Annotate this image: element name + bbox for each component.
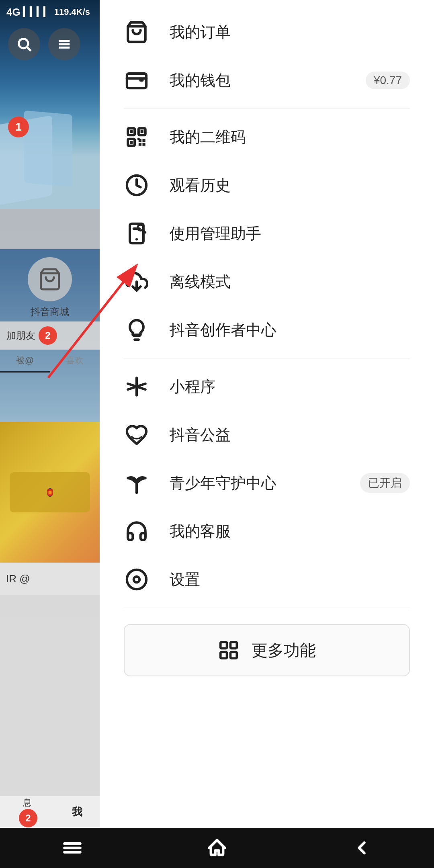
youth-label: 青少年守护中心 bbox=[170, 473, 360, 493]
menu-item-wallet[interactable]: 我的钱包 ¥0.77 bbox=[100, 56, 434, 104]
left-top-buttons bbox=[0, 20, 100, 68]
orders-label: 我的订单 bbox=[170, 22, 410, 43]
menu-item-creator[interactable]: 抖音创作者中心 bbox=[100, 306, 434, 354]
headphone-icon bbox=[124, 518, 149, 544]
divider-1 bbox=[124, 108, 410, 109]
nav-tab-wo[interactable]: 我 bbox=[72, 805, 82, 819]
history-label: 观看历史 bbox=[170, 175, 410, 196]
menu-button[interactable] bbox=[48, 28, 80, 60]
wallet-label: 我的钱包 bbox=[170, 70, 366, 91]
more-functions-button[interactable]: 更多功能 bbox=[124, 624, 410, 676]
svg-rect-32 bbox=[231, 652, 237, 659]
heart-hands-icon bbox=[124, 422, 149, 448]
service-label: 我的客服 bbox=[170, 521, 410, 542]
nav-tab-xi[interactable]: 息 2 bbox=[17, 797, 37, 827]
svg-point-27 bbox=[127, 570, 146, 589]
svg-rect-16 bbox=[143, 139, 145, 142]
notification-badge: 1 bbox=[8, 117, 29, 137]
svg-rect-30 bbox=[231, 642, 237, 649]
wallet-badge: ¥0.77 bbox=[366, 72, 410, 89]
svg-rect-18 bbox=[143, 143, 145, 146]
svg-point-28 bbox=[134, 577, 140, 583]
phone-manage-icon bbox=[124, 221, 149, 246]
menu-item-charity[interactable]: 抖音公益 bbox=[100, 411, 434, 459]
status-signal: 4G bbox=[6, 6, 20, 18]
svg-rect-29 bbox=[221, 642, 227, 649]
svg-rect-11 bbox=[130, 130, 133, 133]
content-image: 🏮 bbox=[0, 422, 100, 563]
svg-point-0 bbox=[19, 39, 28, 48]
bulb-icon bbox=[124, 317, 149, 343]
status-speed: 119.4K/s bbox=[54, 7, 90, 17]
menu-item-manager[interactable]: 使用管理助手 bbox=[100, 209, 434, 258]
shop-label: 抖音商城 bbox=[31, 305, 69, 318]
nav-menu-button[interactable] bbox=[56, 832, 88, 864]
left-bottom-nav: 息 2 我 bbox=[0, 796, 100, 828]
mini-label: 小程序 bbox=[170, 377, 410, 397]
left-panel: 4G ▎▎▎▎ 119.4K/s 1 抖音商城 加朋友 2 被@ 喜欢 bbox=[0, 0, 100, 868]
tab-bei-at[interactable]: 被@ bbox=[0, 350, 50, 373]
shop-icon[interactable] bbox=[28, 257, 72, 301]
grid-icon bbox=[218, 639, 240, 661]
menu-item-settings[interactable]: 设置 bbox=[100, 555, 434, 604]
menu-item-offline[interactable]: 离线模式 bbox=[100, 258, 434, 306]
menu-item-youth[interactable]: 青少年守护中心 已开启 bbox=[100, 459, 434, 507]
ir-at-text: IR @ bbox=[6, 573, 30, 585]
creator-label: 抖音创作者中心 bbox=[170, 320, 410, 340]
menu-item-history[interactable]: 观看历史 bbox=[100, 161, 434, 209]
cloud-download-icon bbox=[124, 269, 149, 295]
clock-icon bbox=[124, 172, 149, 198]
status-bars: ▎▎▎▎ bbox=[23, 7, 50, 17]
charity-label: 抖音公益 bbox=[170, 425, 410, 445]
svg-rect-15 bbox=[139, 139, 141, 142]
divider-3 bbox=[124, 608, 410, 608]
cart-icon bbox=[124, 19, 149, 45]
plant-icon bbox=[124, 470, 149, 496]
offline-label: 离线模式 bbox=[170, 272, 410, 292]
menu-list: 我的订单 我的钱包 ¥0.77 bbox=[100, 0, 434, 696]
svg-rect-12 bbox=[141, 130, 143, 133]
xi-badge: 2 bbox=[19, 809, 37, 827]
svg-rect-17 bbox=[139, 143, 141, 146]
menu-item-mini[interactable]: 小程序 bbox=[100, 362, 434, 411]
svg-line-1 bbox=[27, 47, 31, 51]
menu-item-qrcode[interactable]: 我的二维码 bbox=[100, 113, 434, 161]
right-panel: 我的订单 我的钱包 ¥0.77 bbox=[100, 0, 434, 868]
settings-label: 设置 bbox=[170, 569, 410, 590]
svg-rect-13 bbox=[130, 141, 133, 144]
search-button[interactable] bbox=[8, 28, 40, 60]
qrcode-label: 我的二维码 bbox=[170, 127, 410, 147]
nav-home-button[interactable] bbox=[201, 832, 233, 864]
wallet-icon bbox=[124, 68, 149, 93]
menu-item-orders[interactable]: 我的订单 bbox=[100, 8, 434, 56]
manager-label: 使用管理助手 bbox=[170, 223, 410, 244]
friend-badge: 2 bbox=[39, 326, 57, 345]
svg-rect-31 bbox=[221, 652, 227, 659]
asterisk-icon bbox=[124, 374, 149, 399]
divider-2 bbox=[124, 358, 410, 358]
menu-item-service[interactable]: 我的客服 bbox=[100, 507, 434, 555]
tab-xihuan[interactable]: 喜欢 bbox=[50, 350, 100, 373]
nav-back-button[interactable] bbox=[346, 832, 378, 864]
settings-circle-icon bbox=[124, 567, 149, 592]
bottom-nav bbox=[0, 828, 434, 868]
more-functions-label: 更多功能 bbox=[252, 639, 316, 661]
friend-label: 加朋友 bbox=[6, 329, 35, 342]
qrcode-icon bbox=[124, 124, 149, 150]
youth-badge: 已开启 bbox=[360, 473, 410, 493]
